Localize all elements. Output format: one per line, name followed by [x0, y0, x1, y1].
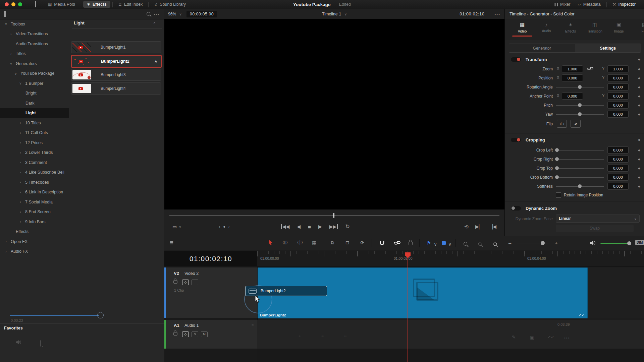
viewer-overlay-select[interactable]: ▭ ∨	[172, 224, 181, 229]
chevron-right-icon[interactable]: ›	[18, 190, 22, 194]
position-x-input[interactable]: 0.000	[562, 74, 583, 81]
tab-transition[interactable]: ◫ Transition	[584, 22, 606, 33]
snapping-magnet-icon[interactable]	[379, 240, 385, 246]
position-y-input[interactable]: 0.000	[607, 74, 629, 81]
audio-volume-slider[interactable]	[600, 243, 631, 244]
media-pool-button[interactable]: ▦ Media Pool	[44, 1, 79, 8]
slider-knob[interactable]	[541, 241, 545, 245]
dynamic-zoom-enable-toggle[interactable]	[511, 206, 521, 210]
slider-knob[interactable]	[578, 184, 582, 188]
sidebar-item-11-call-outs[interactable]: ›11 Call Outs	[0, 128, 69, 138]
solo-button[interactable]: S	[192, 331, 198, 337]
chevron-right-icon[interactable]: ›	[18, 131, 22, 135]
keyframe-icon[interactable]: ◆	[638, 148, 640, 152]
playhead-line[interactable]	[408, 252, 408, 362]
sidebar-item-4-like-subscribe-bell[interactable]: ›4 Like Subscribe Bell	[0, 168, 69, 178]
chevron-right-icon[interactable]: ›	[18, 210, 22, 214]
video-preview-canvas[interactable]	[164, 19, 504, 209]
marker-button[interactable]	[442, 241, 446, 245]
more-options-icon[interactable]: •••	[564, 336, 570, 340]
trim-edit-mode-button[interactable]: ⟨▯⟩	[282, 240, 288, 244]
keyframe-icon[interactable]: ◆	[638, 85, 640, 89]
retain-image-position-checkbox[interactable]	[556, 192, 561, 198]
metadata-button[interactable]: ▱ Metadata	[574, 1, 604, 8]
tab-video[interactable]: ▦ Video	[511, 22, 533, 33]
slider-track[interactable]	[556, 168, 604, 169]
zoom-in-button[interactable]: +	[555, 240, 558, 245]
inspector-button[interactable]: ⚒ Inspector	[609, 1, 639, 8]
keyframe-icon[interactable]: ◆	[638, 58, 640, 61]
chevron-right-icon[interactable]: ›	[18, 171, 22, 174]
timeline-ruler[interactable]: 01:00:02:10 01:00:00:00 01:00:02:00 01:0…	[164, 251, 644, 267]
keyframe-icon[interactable]: ◆	[638, 113, 640, 116]
keyframe-icon[interactable]: ◆	[638, 138, 640, 141]
sidebar-item-effects[interactable]: Effects	[0, 227, 69, 237]
zoom-y-input[interactable]: 1.000	[607, 65, 629, 72]
slider-knob[interactable]	[578, 103, 582, 107]
library-search-button[interactable]	[147, 11, 150, 17]
sidebar-item-1-bumper[interactable]: ∨1 Bumper	[0, 78, 69, 88]
flip-vertical-button[interactable]: ▴▾	[571, 120, 581, 128]
track-lock-button[interactable]	[173, 278, 177, 285]
link-xy-icon[interactable]	[587, 66, 593, 71]
slider-track[interactable]	[556, 150, 604, 150]
list-item-bumperlight4[interactable]: BumperLight4	[71, 82, 161, 95]
favorite-star-icon[interactable]: ★	[154, 59, 158, 64]
mute-button[interactable]: M	[201, 331, 208, 337]
slider-knob[interactable]	[555, 148, 559, 152]
cropping-enable-toggle[interactable]	[511, 138, 521, 142]
subtab-settings[interactable]: Settings	[575, 44, 641, 52]
slider-knob[interactable]	[627, 241, 631, 245]
keyframe-icon[interactable]: ◆	[638, 176, 640, 179]
preview-scrub-bar[interactable]	[10, 315, 99, 316]
slider-knob[interactable]	[555, 157, 559, 161]
tab-file[interactable]: ▤ File	[633, 22, 644, 33]
step-back-button[interactable]: ◀	[297, 224, 301, 229]
crop-bottom-input[interactable]: 0.000	[607, 174, 629, 181]
sidebar-item-titles[interactable]: ›Titles	[0, 49, 69, 59]
viewer-scrubber-playhead[interactable]	[333, 213, 334, 218]
go-to-start-button[interactable]: ◀◀	[281, 224, 290, 229]
sidebar-item-3-comment[interactable]: ›3 Comment	[0, 158, 69, 168]
slider-track[interactable]	[556, 159, 604, 160]
timeline-zoom-custom-button[interactable]	[493, 241, 497, 247]
preview-scrub-knob[interactable]	[97, 312, 104, 318]
chevron-right-icon[interactable]: ›	[9, 52, 13, 56]
track-lock-button[interactable]	[173, 330, 177, 337]
tab-audio[interactable]: ♪ Audio	[535, 22, 557, 33]
window-close-button[interactable]	[5, 2, 9, 6]
list-item-bumperlight2-selected[interactable]: BumperLight2 ★	[71, 55, 162, 68]
keyframe-icon[interactable]: ◆	[638, 95, 640, 98]
sidebar-item-6-link-in-description[interactable]: ›6 Link In Description	[0, 187, 69, 197]
keyframe-icon[interactable]: ◆	[638, 167, 640, 170]
sidebar-item-light-selected[interactable]: Light	[0, 108, 69, 118]
link-clips-icon[interactable]	[394, 241, 400, 245]
zoom-x-input[interactable]: 1.000	[562, 65, 583, 72]
pencil-icon[interactable]: ✎	[512, 335, 516, 340]
position-lock-button[interactable]	[409, 240, 413, 246]
chevron-right-icon[interactable]: ›	[18, 180, 22, 184]
mixer-button[interactable]: Mixer	[550, 1, 574, 8]
zoom-out-button[interactable]: –	[508, 240, 511, 245]
swap-button[interactable]: Swap	[556, 225, 634, 232]
loop-clip-button[interactable]: ⟲	[464, 224, 469, 229]
audio-monitor-speaker-icon[interactable]	[590, 240, 596, 245]
slider-knob[interactable]	[578, 112, 582, 116]
window-zoom-button[interactable]	[18, 2, 22, 6]
anchor-x-input[interactable]: 0.000	[562, 93, 583, 100]
sidebar-item-5-timecodes[interactable]: ›5 Timecodes	[0, 177, 69, 187]
yaw-input[interactable]: 0.000	[607, 111, 629, 118]
sidebar-item-open-fx[interactable]: ›Open FX	[0, 237, 69, 247]
viewer-scrubber-bar[interactable]	[169, 215, 499, 216]
chevron-right-icon[interactable]: ›	[18, 121, 22, 125]
flag-button[interactable]: ⚑	[427, 240, 431, 245]
sidebar-item-dark[interactable]: Dark	[0, 98, 69, 108]
keyframe-icon[interactable]: ◆	[638, 158, 640, 161]
chevron-down-icon[interactable]: ∨	[18, 81, 22, 85]
viewer-options-button[interactable]: •••	[494, 12, 500, 16]
pitch-input[interactable]: 0.000	[607, 102, 629, 109]
sidebar-item-bright[interactable]: Bright	[0, 88, 69, 99]
go-to-end-button[interactable]: ▶▶	[329, 224, 338, 229]
insert-clip-button[interactable]: ⧉	[331, 240, 334, 245]
flag-color-dropdown[interactable]: ∨	[434, 242, 437, 246]
